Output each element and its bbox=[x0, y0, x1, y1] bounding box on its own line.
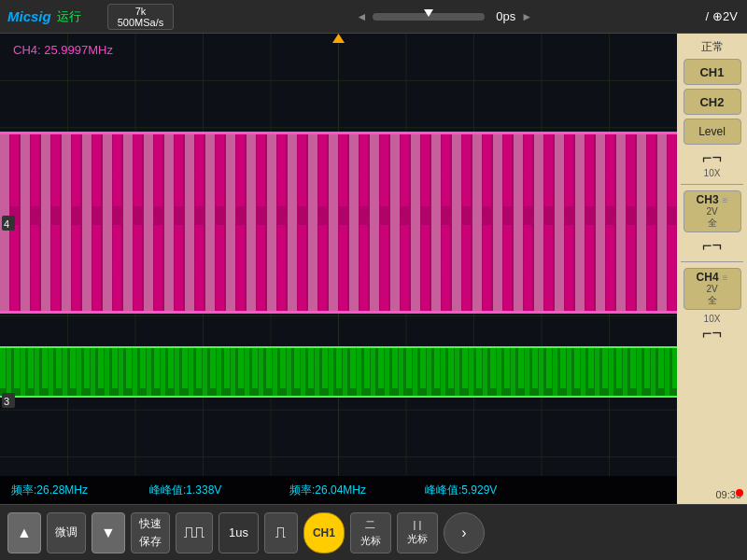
logo-area: Micsig 运行 bbox=[0, 8, 89, 25]
more-button[interactable]: › bbox=[444, 512, 485, 553]
multiplier-2: 10X bbox=[704, 314, 721, 324]
ch3-label: CH3 bbox=[697, 193, 719, 206]
main-area: CH4: 25.9997MHz 4 3 频率:26.28MHz 峰峰值:1.33… bbox=[0, 34, 747, 504]
timebase-display: 1us bbox=[218, 512, 259, 553]
pulse-wave-button[interactable]: ⎍⎍ bbox=[176, 512, 213, 553]
trigger-level: ⊕2V bbox=[712, 9, 738, 23]
ch4-info-box[interactable]: CH4 ≡ 2V 全 bbox=[684, 268, 741, 310]
cursor2-button[interactable]: | | 光标 bbox=[397, 512, 438, 553]
red-indicator bbox=[736, 489, 743, 497]
ch4-label: CH4 bbox=[697, 271, 719, 284]
svg-rect-33 bbox=[0, 346, 677, 348]
pulse-icon-2: ⌐¬ bbox=[702, 236, 722, 256]
separator-1 bbox=[681, 184, 743, 185]
svg-text:峰峰值:1.338V: 峰峰值:1.338V bbox=[149, 483, 221, 497]
svg-text:3: 3 bbox=[4, 396, 9, 407]
timebase-area: ◄ 0ps ► bbox=[183, 9, 705, 23]
grid-canvas: CH4: 25.9997MHz 4 3 频率:26.28MHz 峰峰值:1.33… bbox=[0, 34, 677, 504]
run-status: 运行 bbox=[57, 8, 81, 25]
ch3-voltage: 2V bbox=[706, 206, 717, 217]
timebase-marker bbox=[424, 9, 433, 17]
logo-text: Micsig bbox=[7, 8, 51, 24]
bottom-bar: ▲ 微调 ▼ 快速 保存 ⎍⎍ 1us ⎍ CH1 二 光标 | | 光标 › bbox=[0, 504, 747, 560]
svg-rect-26 bbox=[0, 132, 677, 314]
pulse-icon-1: ⌐¬ bbox=[702, 148, 722, 168]
ch4-range: 全 bbox=[708, 294, 717, 307]
ch2-waveform bbox=[0, 132, 677, 314]
scope-display: CH4: 25.9997MHz 4 3 频率:26.28MHz 峰峰值:1.33… bbox=[0, 34, 677, 504]
multiplier-1: 10X bbox=[704, 168, 721, 178]
ch3-range: 全 bbox=[708, 217, 717, 230]
ch4-freq-svg: CH4: 25.9997MHz bbox=[13, 43, 113, 57]
ch3-waveform bbox=[0, 346, 677, 398]
single-pulse-button[interactable]: ⎍ bbox=[264, 512, 298, 553]
svg-rect-32 bbox=[0, 346, 677, 398]
svg-text:峰峰值:5.929V: 峰峰值:5.929V bbox=[425, 483, 497, 497]
timebase-slider[interactable] bbox=[373, 13, 485, 21]
ch1-button[interactable]: CH1 bbox=[684, 59, 741, 85]
fine-tune-button[interactable]: 微调 bbox=[47, 512, 86, 553]
cursor1-button[interactable]: 二 光标 bbox=[350, 512, 391, 553]
ch2-button[interactable]: CH2 bbox=[684, 89, 741, 115]
timebase-value: 0ps bbox=[496, 9, 515, 23]
level-button[interactable]: Level bbox=[684, 119, 741, 145]
trigger-info: / ⊕2V bbox=[705, 9, 738, 23]
svg-rect-28 bbox=[0, 311, 677, 314]
svg-rect-27 bbox=[0, 132, 677, 134]
sample-rate-bottom: 500MSa/s bbox=[118, 17, 164, 28]
ch4-voltage: 2V bbox=[706, 284, 717, 294]
right-panel: 正常 CH1 CH2 Level ⌐¬ 10X CH3 ≡ 2V 全 ⌐¬ CH… bbox=[677, 34, 747, 504]
trigger-slope: / bbox=[705, 9, 709, 23]
ch1-select-button[interactable]: CH1 bbox=[303, 512, 345, 553]
pulse-icon-3: ⌐¬ bbox=[702, 324, 722, 343]
svg-text:频率:26.28MHz: 频率:26.28MHz bbox=[11, 483, 88, 497]
up-arrow-button[interactable]: ▲ bbox=[7, 512, 41, 553]
quick-save-button[interactable]: 快速 保存 bbox=[131, 512, 170, 553]
svg-text:4: 4 bbox=[4, 218, 9, 230]
separator-2 bbox=[681, 261, 743, 262]
top-bar: Micsig 运行 7k 500MSa/s ◄ 0ps ► / ⊕2V bbox=[0, 0, 747, 34]
pulse-wave-icon: ⎍⎍ bbox=[184, 523, 204, 542]
down-arrow-button[interactable]: ▼ bbox=[92, 512, 125, 553]
ch3-info-box[interactable]: CH3 ≡ 2V 全 bbox=[684, 190, 741, 232]
sample-rate-top: 7k bbox=[135, 6, 147, 17]
single-pulse-icon: ⎍ bbox=[275, 523, 286, 542]
svg-text:频率:26.04MHz: 频率:26.04MHz bbox=[289, 483, 366, 497]
sample-info[interactable]: 7k 500MSa/s bbox=[107, 4, 175, 30]
svg-rect-34 bbox=[0, 396, 677, 398]
normal-label: 正常 bbox=[701, 39, 724, 55]
